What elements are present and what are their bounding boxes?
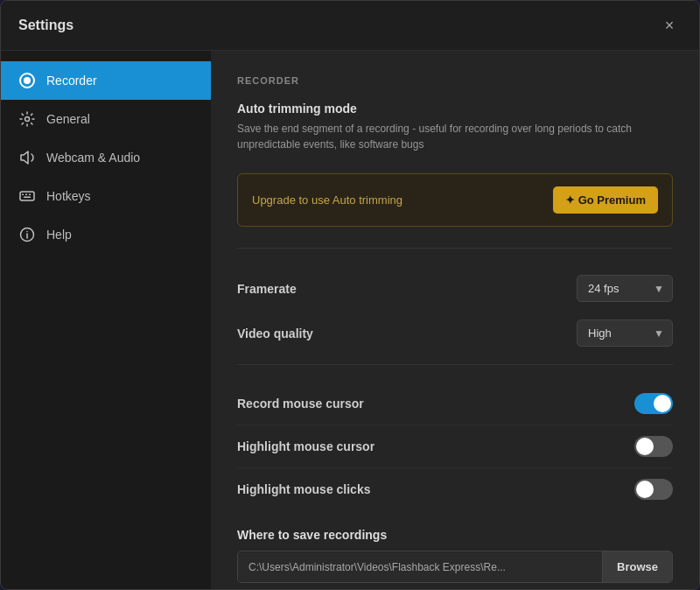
svg-point-2 xyxy=(25,117,30,122)
sidebar: Recorder General xyxy=(1,51,211,589)
svg-rect-7 xyxy=(24,197,31,199)
svg-point-9 xyxy=(26,231,28,233)
settings-dialog: Settings × Recorder xyxy=(0,0,700,590)
sidebar-item-hotkeys[interactable]: Hotkeys xyxy=(1,177,211,215)
highlight-mouse-clicks-toggle[interactable] xyxy=(634,479,673,500)
browse-button[interactable]: Browse xyxy=(602,551,672,582)
sidebar-item-webcam-audio-label: Webcam & Audio xyxy=(46,151,140,165)
highlight-mouse-cursor-row: Highlight mouse cursor xyxy=(237,425,673,468)
save-path-input[interactable] xyxy=(238,552,602,582)
section-label: RECORDER xyxy=(237,75,673,86)
sidebar-item-general[interactable]: General xyxy=(1,100,211,138)
save-path-row: Browse xyxy=(237,551,673,583)
video-quality-label: Video quality xyxy=(237,327,313,341)
video-quality-row: Video quality Low Medium High Very High … xyxy=(237,311,673,355)
main-panel: RECORDER Auto trimming mode Save the end… xyxy=(211,51,699,589)
save-path-label: Where to save recordings xyxy=(237,528,673,542)
sidebar-item-webcam-audio[interactable]: Webcam & Audio xyxy=(1,138,211,177)
sidebar-item-help[interactable]: Help xyxy=(1,215,211,254)
record-mouse-cursor-label: Record mouse cursor xyxy=(237,397,364,411)
svg-rect-4 xyxy=(22,194,24,196)
video-quality-select-wrapper: Low Medium High Very High ▼ xyxy=(577,320,673,347)
record-mouse-cursor-thumb xyxy=(654,395,671,412)
framerate-select[interactable]: 12 fps 15 fps 24 fps 30 fps 60 fps xyxy=(577,275,673,302)
speaker-icon xyxy=(18,149,36,166)
framerate-label: Framerate xyxy=(237,282,297,296)
divider xyxy=(237,248,673,249)
highlight-mouse-cursor-toggle[interactable] xyxy=(634,436,673,457)
divider-2 xyxy=(237,364,673,365)
gear-icon xyxy=(18,110,36,128)
framerate-row: Framerate 12 fps 15 fps 24 fps 30 fps 60… xyxy=(237,266,673,311)
auto-trimming-title: Auto trimming mode xyxy=(237,102,673,116)
sidebar-item-hotkeys-label: Hotkeys xyxy=(46,189,91,203)
save-path-section: Where to save recordings Browse xyxy=(237,528,673,583)
title-bar: Settings × xyxy=(1,1,699,51)
toggles-group: Record mouse cursor Highlight mouse curs… xyxy=(237,383,673,510)
keyboard-icon xyxy=(18,187,36,205)
video-quality-select[interactable]: Low Medium High Very High xyxy=(577,320,673,347)
highlight-mouse-clicks-thumb xyxy=(636,481,654,498)
auto-trimming-desc: Save the end segment of a recording - us… xyxy=(237,121,673,152)
auto-trimming-group: Auto trimming mode Save the end segment … xyxy=(237,102,673,152)
recorder-icon xyxy=(18,72,36,89)
dialog-title: Settings xyxy=(18,18,74,33)
sidebar-item-general-label: General xyxy=(46,112,90,126)
sidebar-item-recorder-label: Recorder xyxy=(46,74,97,88)
record-mouse-cursor-toggle[interactable] xyxy=(634,393,673,414)
upgrade-box: Upgrade to use Auto trimming ✦ Go Premiu… xyxy=(237,173,673,227)
sidebar-item-help-label: Help xyxy=(46,228,72,242)
info-icon xyxy=(18,226,36,243)
highlight-mouse-clicks-row: Highlight mouse clicks xyxy=(237,468,673,510)
highlight-mouse-cursor-thumb xyxy=(636,438,654,455)
svg-point-1 xyxy=(24,77,31,84)
record-mouse-cursor-row: Record mouse cursor xyxy=(237,383,673,425)
svg-rect-6 xyxy=(29,194,31,196)
highlight-mouse-clicks-label: Highlight mouse clicks xyxy=(237,482,370,496)
framerate-select-wrapper: 12 fps 15 fps 24 fps 30 fps 60 fps ▼ xyxy=(577,275,673,302)
go-premium-button[interactable]: ✦ Go Premium xyxy=(553,186,658,214)
highlight-mouse-cursor-label: Highlight mouse cursor xyxy=(237,439,374,453)
upgrade-text: Upgrade to use Auto trimming xyxy=(252,193,402,207)
content-area: Recorder General xyxy=(1,51,699,589)
svg-rect-5 xyxy=(25,194,27,196)
close-button[interactable]: × xyxy=(657,13,682,38)
svg-rect-3 xyxy=(20,192,34,200)
sidebar-item-recorder[interactable]: Recorder xyxy=(1,61,211,100)
